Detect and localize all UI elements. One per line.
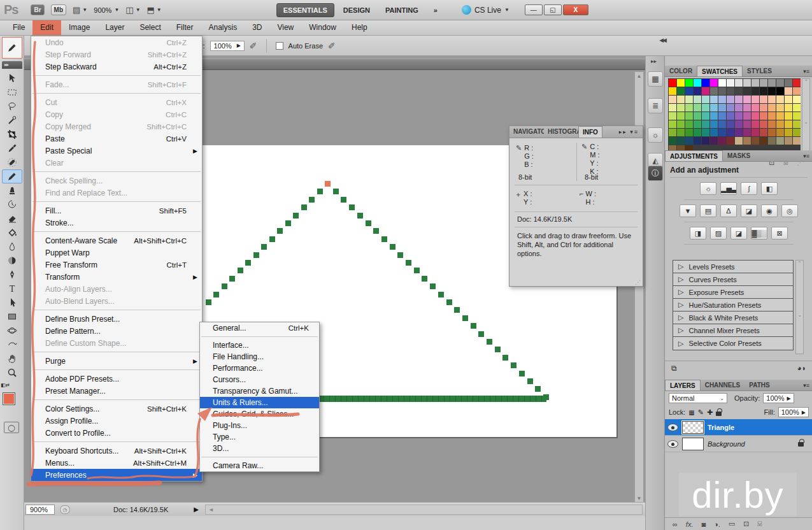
color-swatch[interactable]: [743, 87, 751, 95]
collapse-dock-icon[interactable]: ◀◀: [659, 37, 666, 43]
swatch-scrollbar[interactable]: ⌃⌄: [802, 78, 810, 154]
color-swatch[interactable]: [702, 120, 709, 128]
tool-quick-selection[interactable]: [2, 113, 22, 127]
workspace-essentials[interactable]: ESSENTIALS: [276, 3, 334, 17]
menubar-item-analysis[interactable]: Analysis: [201, 20, 245, 35]
tool-lasso[interactable]: [2, 99, 22, 113]
status-zoom-field[interactable]: 900%: [25, 505, 55, 515]
color-swatch[interactable]: [760, 96, 767, 103]
color-swatch[interactable]: [735, 79, 743, 87]
prefs-item-type[interactable]: Type...: [200, 431, 319, 443]
add-mask-icon[interactable]: ◙: [701, 520, 706, 528]
color-swatch[interactable]: [702, 129, 709, 136]
color-swatch[interactable]: [768, 96, 776, 103]
color-swatch[interactable]: [677, 104, 685, 111]
color-swatch[interactable]: [694, 87, 701, 95]
edit-menu-item-fill[interactable]: Fill...Shift+F5: [31, 204, 202, 217]
color-swatch[interactable]: [727, 104, 734, 111]
edit-menu-item-transform[interactable]: Transform▶: [31, 271, 202, 283]
color-swatch[interactable]: [677, 137, 685, 145]
color-swatch[interactable]: [694, 96, 701, 103]
color-swatch[interactable]: [743, 120, 751, 128]
layer-visibility-icon[interactable]: [667, 424, 678, 431]
color-swatch[interactable]: [735, 87, 743, 95]
edit-menu-item-copy-merged[interactable]: Copy MergedShift+Ctrl+C: [31, 120, 202, 132]
color-swatch[interactable]: [785, 129, 792, 136]
color-swatch[interactable]: [710, 120, 718, 128]
tool-path-selection[interactable]: [2, 296, 22, 310]
tool-history-brush[interactable]: [2, 197, 22, 211]
color-swatch[interactable]: [669, 120, 676, 128]
new-group-icon[interactable]: ▭: [729, 520, 735, 528]
color-swatch[interactable]: [776, 112, 784, 120]
menubar-item-select[interactable]: Select: [132, 20, 168, 35]
color-swatch[interactable]: [694, 112, 701, 120]
edit-menu-item-define-pattern[interactable]: Define Pattern...: [31, 325, 202, 337]
adjustment-posterize-icon[interactable]: ▨: [710, 227, 727, 240]
tab-styles[interactable]: STYLES: [743, 66, 776, 76]
color-swatch[interactable]: [685, 87, 693, 95]
color-swatch[interactable]: [694, 129, 701, 136]
edit-menu-item-define-brush-preset[interactable]: Define Brush Preset...: [31, 313, 202, 325]
color-swatch[interactable]: [685, 129, 693, 136]
color-swatch[interactable]: [776, 129, 784, 136]
color-swatch[interactable]: [727, 120, 734, 128]
layer-thumbnail[interactable]: [682, 438, 704, 450]
edit-menu-item-undo[interactable]: UndoCtrl+Z: [31, 36, 202, 48]
prefs-item-file-handling[interactable]: File Handling...: [200, 351, 319, 362]
bridge-button[interactable]: Br: [31, 4, 44, 15]
color-swatch[interactable]: [710, 96, 718, 103]
expand-panel-icon[interactable]: ⧉: [671, 364, 677, 373]
blend-mode-dropdown[interactable]: Normal⌄: [669, 393, 727, 403]
prefs-item-guides-grid-slices[interactable]: Guides, Grid, & Slices...: [200, 408, 319, 420]
tools-collapse-bar[interactable]: ▸▸: [2, 61, 22, 69]
color-swatch[interactable]: [735, 137, 743, 145]
workspace-painting[interactable]: PAINTING: [379, 4, 425, 17]
color-swatch[interactable]: [727, 129, 734, 136]
adjustment-selective-color-icon[interactable]: ⊠: [771, 227, 788, 240]
edit-menu-item-define-custom-shape[interactable]: Define Custom Shape...: [31, 337, 202, 349]
color-swatch[interactable]: [785, 112, 792, 120]
lock-move-icon[interactable]: ✚: [707, 408, 713, 417]
color-swatch[interactable]: [751, 129, 759, 136]
color-swatch[interactable]: [776, 104, 784, 111]
tool-clone-stamp[interactable]: [2, 183, 22, 197]
color-swatch[interactable]: [669, 112, 676, 120]
tool-3d-orbit[interactable]: [2, 338, 22, 352]
color-swatch[interactable]: [669, 87, 676, 95]
color-swatch[interactable]: [768, 112, 776, 120]
menubar-item-3d[interactable]: 3D: [245, 20, 269, 35]
color-swatch[interactable]: [776, 120, 784, 128]
color-swatch[interactable]: [677, 96, 685, 103]
color-swatch[interactable]: [677, 87, 685, 95]
color-swatch[interactable]: [677, 79, 685, 87]
color-swatch[interactable]: [685, 104, 693, 111]
color-swatch[interactable]: [776, 87, 784, 95]
adjustment-exposure-icon[interactable]: ◧: [761, 182, 778, 195]
color-swatch[interactable]: [669, 104, 676, 111]
tool-eraser[interactable]: [2, 211, 22, 226]
menubar-item-view[interactable]: View: [269, 20, 301, 35]
edit-menu-item-menus[interactable]: Menus...Alt+Shift+Ctrl+M: [31, 457, 202, 469]
adjustment-black-white-icon[interactable]: ◪: [741, 204, 757, 217]
color-swatch[interactable]: [760, 137, 767, 145]
dock-minibridge-icon[interactable]: ▦: [648, 71, 663, 87]
color-swatch[interactable]: [727, 96, 734, 103]
adjustment-hue-saturation-icon[interactable]: ▤: [700, 204, 716, 217]
edit-menu-item-auto-blend-layers[interactable]: Auto-Blend Layers...: [31, 295, 202, 307]
color-swatch[interactable]: [776, 79, 784, 87]
tool-eyedropper[interactable]: [2, 141, 22, 155]
color-swatch[interactable]: [685, 79, 693, 87]
preset-channel-mixer-presets[interactable]: ▷Channel Mixer Presets: [673, 324, 793, 337]
edit-menu-item-free-transform[interactable]: Free TransformCtrl+T: [31, 259, 202, 271]
tablet-pressure-icon[interactable]: ✐: [328, 41, 336, 51]
color-swatch[interactable]: [751, 96, 759, 103]
minibridge-button[interactable]: Mb: [51, 4, 66, 15]
expand-dock-icon[interactable]: ▸▸: [651, 58, 657, 64]
panel-menu-icon[interactable]: ▾≡: [800, 150, 812, 161]
dock-adjust-icon[interactable]: ☼: [648, 127, 663, 143]
color-swatch[interactable]: [768, 104, 776, 111]
tool-pen[interactable]: [2, 268, 22, 282]
color-swatch[interactable]: [718, 137, 726, 145]
color-swatch[interactable]: [694, 104, 701, 111]
